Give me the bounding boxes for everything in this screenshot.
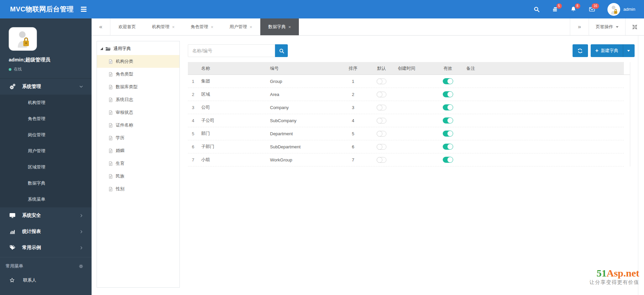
close-icon[interactable]: × bbox=[250, 25, 252, 29]
tree-item[interactable]: 机构分类 bbox=[97, 55, 179, 68]
sidebar: admin;超级管理员 在线 系统管理 bbox=[0, 18, 92, 295]
tree-item[interactable]: 学历 bbox=[97, 132, 179, 144]
close-icon[interactable]: × bbox=[172, 25, 175, 29]
cell-index: 3 bbox=[188, 105, 201, 110]
table-row[interactable]: 3 公司 Company 3 bbox=[188, 101, 624, 114]
tree-item[interactable]: 系统日志 bbox=[97, 93, 179, 106]
envelope-icon[interactable]: 16 bbox=[589, 6, 595, 12]
refresh-glyph bbox=[577, 48, 583, 54]
tab-user-management[interactable]: 用户管理 × bbox=[221, 18, 260, 35]
default-toggle[interactable] bbox=[377, 131, 386, 137]
tab-operations-label: 页签操作 bbox=[596, 24, 613, 30]
sidebar-subitem[interactable]: 机构管理 bbox=[0, 95, 92, 111]
tab-role-management[interactable]: 角色管理 × bbox=[183, 18, 222, 35]
new-dictionary-label: 新建字典 bbox=[601, 48, 618, 54]
default-toggle[interactable] bbox=[377, 105, 386, 110]
tab-label: 机构管理 bbox=[152, 24, 169, 30]
default-toggle[interactable] bbox=[377, 92, 386, 97]
username[interactable]: admin bbox=[624, 7, 635, 12]
refresh-button[interactable] bbox=[573, 44, 588, 57]
watermark-brand-suffix: Asp.net bbox=[606, 267, 639, 279]
cell-name: 区域 bbox=[201, 91, 270, 97]
tree-item[interactable]: 民族 bbox=[97, 170, 179, 183]
table-row[interactable]: 6 子部门 SubDepartment 6 bbox=[188, 140, 624, 153]
tab-operations-dropdown[interactable]: 页签操作 bbox=[589, 18, 625, 35]
cell-index: 2 bbox=[188, 92, 201, 97]
default-toggle[interactable] bbox=[377, 157, 386, 163]
sidebar-item-statistics-reports[interactable]: 统计报表 bbox=[0, 224, 92, 240]
search-button[interactable] bbox=[275, 44, 288, 57]
profile-avatar[interactable] bbox=[9, 27, 37, 51]
tree-item[interactable]: 角色类型 bbox=[97, 68, 179, 81]
tab-data-dictionary[interactable]: 数据字典 × bbox=[260, 18, 299, 35]
cell-sort: 5 bbox=[339, 131, 367, 136]
tree-caret-icon[interactable] bbox=[100, 47, 103, 50]
tree-item[interactable]: 审核状态 bbox=[97, 106, 179, 119]
cell-sort: 1 bbox=[339, 79, 367, 84]
table-row[interactable]: 2 区域 Area 2 bbox=[188, 88, 624, 101]
valid-toggle[interactable] bbox=[443, 117, 453, 124]
cell-code: Group bbox=[270, 79, 339, 84]
tree-item[interactable]: 证件名称 bbox=[97, 119, 179, 132]
sidebar-subitem[interactable]: 用户管理 bbox=[0, 143, 92, 159]
sidebar-item-system-security[interactable]: 系统安全 bbox=[0, 207, 92, 224]
table-row[interactable]: 1 集团 Group 1 bbox=[188, 75, 624, 88]
fullscreen-expand-icon[interactable] bbox=[625, 18, 644, 35]
default-toggle[interactable] bbox=[377, 118, 386, 124]
tree-item[interactable]: 性别 bbox=[97, 183, 179, 195]
app-title: MVC物联网后台管理 bbox=[0, 5, 73, 14]
cell-index: 7 bbox=[188, 157, 201, 162]
gear-icon[interactable] bbox=[78, 264, 84, 269]
sidebar-subitem[interactable]: 角色管理 bbox=[0, 111, 92, 127]
tab-label: 角色管理 bbox=[191, 24, 208, 30]
tree-item[interactable]: 生育 bbox=[97, 157, 179, 170]
valid-toggle[interactable] bbox=[443, 91, 453, 97]
sidebar-subitem[interactable]: 岗位管理 bbox=[0, 127, 92, 143]
tabs-scroll-right-icon[interactable]: » bbox=[570, 18, 589, 35]
tab-org-management[interactable]: 机构管理 × bbox=[144, 18, 183, 35]
notifications-badge: 8 bbox=[575, 3, 580, 9]
sidebar-item-common-examples[interactable]: 常用示例 bbox=[0, 240, 92, 256]
sidebar-subitem[interactable]: 数据字典 bbox=[0, 175, 92, 191]
col-valid: 有效 bbox=[433, 65, 463, 71]
default-toggle[interactable] bbox=[377, 144, 386, 150]
valid-toggle[interactable] bbox=[443, 78, 453, 84]
sidebar-item-label: 常用示例 bbox=[22, 245, 41, 251]
default-toggle[interactable] bbox=[377, 79, 386, 84]
tree-root-node[interactable]: 通用字典 bbox=[97, 41, 179, 55]
table-row[interactable]: 7 小组 WorkGroup 7 bbox=[188, 153, 624, 166]
tree-item-label: 系统日志 bbox=[116, 97, 133, 103]
user-avatar[interactable] bbox=[607, 3, 620, 16]
watermark: 51Asp.net 让分享变得更有价值 bbox=[590, 267, 640, 285]
sidebar-item-label: 系统安全 bbox=[22, 212, 41, 218]
close-icon[interactable]: × bbox=[288, 25, 291, 29]
cell-index: 1 bbox=[188, 79, 201, 84]
valid-toggle[interactable] bbox=[443, 131, 453, 137]
tree-item[interactable]: 数据库类型 bbox=[97, 81, 179, 93]
hamburger-menu-icon[interactable] bbox=[81, 7, 87, 12]
close-icon[interactable]: × bbox=[211, 25, 214, 29]
sidebar-item-contacts[interactable]: 联系人 bbox=[0, 273, 92, 287]
tasks-icon[interactable]: 5 bbox=[552, 6, 558, 12]
table-row[interactable]: 5 部门 Department 5 bbox=[188, 127, 624, 140]
online-label: 在线 bbox=[14, 66, 22, 72]
tree-item[interactable]: 婚姻 bbox=[97, 144, 179, 157]
valid-toggle[interactable] bbox=[443, 157, 453, 163]
valid-toggle[interactable] bbox=[443, 144, 453, 150]
tabs-scroll-left-icon[interactable]: « bbox=[92, 18, 110, 35]
sidebar-subitem[interactable]: 区域管理 bbox=[0, 159, 92, 175]
new-dictionary-button[interactable]: + 新建字典 bbox=[591, 44, 635, 57]
sidebar-item-system-management[interactable]: 系统管理 bbox=[0, 79, 92, 95]
watermark-slogan: 让分享变得更有价值 bbox=[590, 280, 640, 285]
sidebar-subitem[interactable]: 系统菜单 bbox=[0, 191, 92, 207]
table-row[interactable]: 4 子公司 SubCompany 4 bbox=[188, 114, 624, 127]
table-header: 名称 编号 排序 默认 创建时间 有效 备注 bbox=[188, 62, 630, 75]
valid-toggle[interactable] bbox=[443, 104, 453, 110]
tab-welcome[interactable]: 欢迎首页 bbox=[110, 18, 144, 35]
caret-down-icon[interactable] bbox=[627, 50, 630, 52]
bell-icon[interactable]: 8 bbox=[570, 6, 577, 12]
quick-item-label: 联系人 bbox=[23, 277, 36, 283]
search-input[interactable] bbox=[188, 44, 275, 57]
chevron-right-icon bbox=[79, 213, 84, 218]
search-icon[interactable] bbox=[533, 6, 540, 12]
